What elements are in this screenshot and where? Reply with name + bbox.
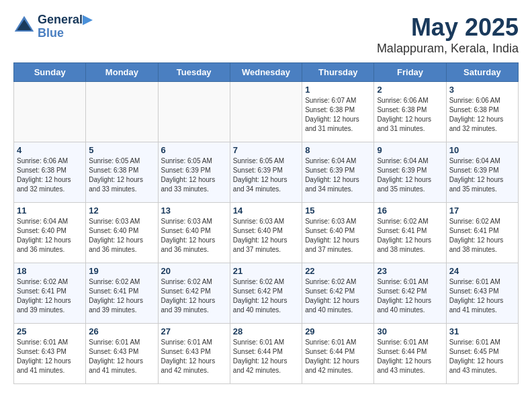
month-title: May 2025 — [377, 13, 519, 42]
cell-text: and 37 minutes. — [233, 245, 299, 255]
day-number: 15 — [305, 205, 371, 216]
cell-text: Sunrise: 6:02 AM — [89, 277, 154, 287]
cell-text: Sunrise: 6:05 AM — [233, 156, 299, 166]
cell-text: and 34 minutes. — [305, 185, 371, 194]
cell-text: and 40 minutes. — [377, 306, 443, 315]
calendar-cell: 9Sunrise: 6:04 AMSunset: 6:39 PMDaylight… — [374, 142, 446, 203]
cell-text: Daylight: 12 hours — [377, 236, 443, 245]
cell-text: Sunset: 6:39 PM — [305, 166, 371, 175]
cell-text: Daylight: 12 hours — [161, 236, 227, 245]
cell-text: Daylight: 12 hours — [233, 357, 299, 366]
cell-text: Sunset: 6:44 PM — [233, 347, 299, 357]
cell-text: Sunrise: 6:02 AM — [305, 277, 371, 287]
weekday-header: Thursday — [302, 63, 374, 82]
calendar-cell: 2Sunrise: 6:06 AMSunset: 6:38 PMDaylight… — [374, 82, 446, 142]
day-number: 25 — [17, 326, 83, 336]
day-number: 14 — [233, 205, 299, 216]
cell-text: Sunset: 6:39 PM — [377, 166, 443, 175]
day-number: 22 — [305, 266, 371, 276]
cell-text: Sunrise: 6:02 AM — [377, 217, 443, 226]
cell-text: Sunset: 6:38 PM — [89, 166, 154, 175]
cell-text: Sunrise: 6:06 AM — [377, 96, 443, 105]
cell-text: Sunrise: 6:04 AM — [449, 156, 515, 166]
cell-text: and 42 minutes. — [233, 366, 299, 375]
cell-text: Sunset: 6:42 PM — [305, 287, 371, 296]
cell-text: Sunrise: 6:01 AM — [89, 338, 154, 347]
cell-text: Sunrise: 6:01 AM — [377, 277, 443, 287]
cell-text: Sunset: 6:39 PM — [449, 166, 515, 175]
calendar-cell: 13Sunrise: 6:03 AMSunset: 6:40 PMDayligh… — [158, 203, 230, 263]
cell-text: and 41 minutes. — [449, 306, 515, 315]
day-number: 12 — [89, 205, 154, 216]
cell-text: Daylight: 12 hours — [233, 175, 299, 185]
calendar-cell: 27Sunrise: 6:01 AMSunset: 6:43 PMDayligh… — [158, 324, 230, 384]
calendar-cell: 10Sunrise: 6:04 AMSunset: 6:39 PMDayligh… — [446, 142, 518, 203]
day-number: 13 — [161, 205, 227, 216]
weekday-header: Monday — [86, 63, 158, 82]
cell-text: Sunrise: 6:01 AM — [449, 338, 515, 347]
weekday-header: Saturday — [446, 63, 518, 82]
cell-text: Sunset: 6:42 PM — [377, 287, 443, 296]
weekday-header-row: SundayMondayTuesdayWednesdayThursdayFrid… — [14, 63, 519, 82]
cell-text: Daylight: 12 hours — [305, 175, 371, 185]
cell-text: Daylight: 12 hours — [449, 115, 515, 124]
cell-text: Sunset: 6:38 PM — [449, 105, 515, 115]
cell-text: Sunrise: 6:01 AM — [233, 338, 299, 347]
cell-text: Sunrise: 6:05 AM — [161, 156, 227, 166]
calendar-cell: 21Sunrise: 6:02 AMSunset: 6:42 PMDayligh… — [230, 263, 302, 324]
cell-text: and 31 minutes. — [377, 124, 443, 134]
cell-text: and 34 minutes. — [233, 185, 299, 194]
cell-text: Daylight: 12 hours — [305, 357, 371, 366]
cell-text: Sunset: 6:39 PM — [233, 166, 299, 175]
cell-text: and 33 minutes. — [161, 185, 227, 194]
day-number: 30 — [377, 326, 443, 336]
cell-text: and 41 minutes. — [89, 366, 154, 375]
cell-text: and 32 minutes. — [449, 124, 515, 134]
calendar-cell: 11Sunrise: 6:04 AMSunset: 6:40 PMDayligh… — [14, 203, 86, 263]
cell-text: and 39 minutes. — [17, 306, 83, 315]
day-number: 10 — [449, 145, 515, 155]
day-number: 17 — [449, 205, 515, 216]
calendar-cell — [158, 82, 230, 142]
cell-text: and 37 minutes. — [305, 245, 371, 255]
cell-text: Sunrise: 6:07 AM — [305, 96, 371, 105]
calendar-cell: 19Sunrise: 6:02 AMSunset: 6:41 PMDayligh… — [86, 263, 158, 324]
cell-text: Daylight: 12 hours — [449, 296, 515, 306]
cell-text: Daylight: 12 hours — [449, 175, 515, 185]
calendar-cell: 26Sunrise: 6:01 AMSunset: 6:43 PMDayligh… — [86, 324, 158, 384]
cell-text: Sunrise: 6:01 AM — [305, 338, 371, 347]
cell-text: Daylight: 12 hours — [305, 236, 371, 245]
day-number: 11 — [17, 205, 83, 216]
cell-text: Daylight: 12 hours — [377, 296, 443, 306]
cell-text: and 42 minutes. — [305, 366, 371, 375]
calendar-cell — [14, 82, 86, 142]
cell-text: Sunset: 6:43 PM — [89, 347, 154, 357]
cell-text: and 36 minutes. — [161, 245, 227, 255]
day-number: 1 — [305, 85, 371, 95]
cell-text: Daylight: 12 hours — [89, 236, 154, 245]
day-number: 16 — [377, 205, 443, 216]
weekday-header: Sunday — [14, 63, 86, 82]
cell-text: Sunrise: 6:06 AM — [17, 156, 83, 166]
cell-text: Daylight: 12 hours — [161, 296, 227, 306]
calendar-cell: 3Sunrise: 6:06 AMSunset: 6:38 PMDaylight… — [446, 82, 518, 142]
day-number: 21 — [233, 266, 299, 276]
calendar-cell: 20Sunrise: 6:02 AMSunset: 6:42 PMDayligh… — [158, 263, 230, 324]
cell-text: Sunset: 6:40 PM — [233, 226, 299, 236]
cell-text: Daylight: 12 hours — [377, 357, 443, 366]
calendar-cell — [86, 82, 158, 142]
location: Malappuram, Kerala, India — [377, 42, 519, 56]
cell-text: and 32 minutes. — [17, 185, 83, 194]
calendar-cell: 14Sunrise: 6:03 AMSunset: 6:40 PMDayligh… — [230, 203, 302, 263]
calendar-cell: 30Sunrise: 6:01 AMSunset: 6:44 PMDayligh… — [374, 324, 446, 384]
cell-text: and 43 minutes. — [449, 366, 515, 375]
cell-text: Daylight: 12 hours — [161, 357, 227, 366]
cell-text: Sunset: 6:43 PM — [17, 347, 83, 357]
cell-text: and 36 minutes. — [89, 245, 154, 255]
cell-text: and 38 minutes. — [377, 245, 443, 255]
logo: General▶ Blue — [13, 13, 92, 40]
day-number: 26 — [89, 326, 154, 336]
cell-text: Sunrise: 6:01 AM — [17, 338, 83, 347]
cell-text: Sunrise: 6:02 AM — [233, 277, 299, 287]
day-number: 20 — [161, 266, 227, 276]
